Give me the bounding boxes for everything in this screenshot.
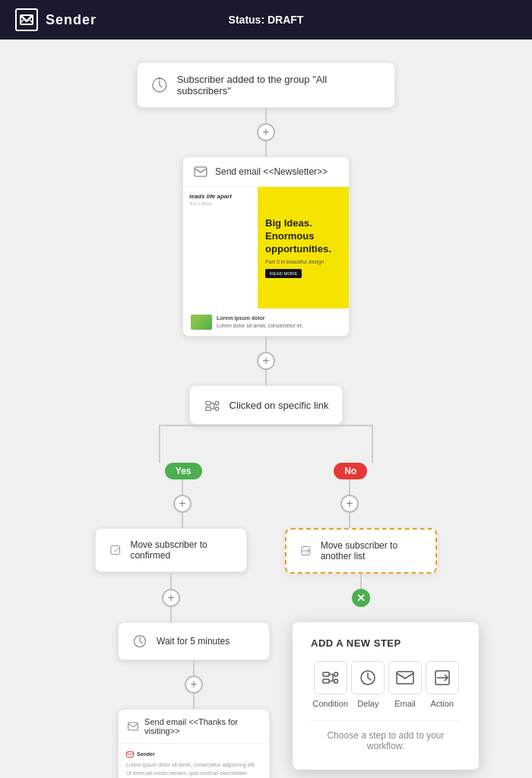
branch-left-connector1 — [182, 479, 183, 495]
condition-label: Clicked on specific link — [230, 400, 329, 411]
email2-line1: Lorem ipsum dolor sit amet, consectetur … — [126, 761, 261, 770]
add-step-hint: Choose a step to add to your workflow. — [311, 720, 461, 751]
branch-right-connector1 — [349, 479, 350, 495]
footer-text: Lorem ipsum dolor — [217, 315, 303, 322]
add-step-action[interactable]: Action — [426, 661, 459, 708]
branch-section: Yes No + + Move subs — [53, 425, 479, 778]
wait-connector2 — [193, 694, 195, 709]
popup-area: Wait for 5 minutes + Send email <<Thanks… — [53, 622, 479, 778]
status-label: Status: — [229, 14, 264, 26]
logo-icon — [15, 8, 38, 31]
workflow-canvas: Subscriber added to the group "All subsc… — [0, 40, 532, 778]
logo: Sender — [15, 8, 97, 31]
condition-node[interactable]: Clicked on specific link — [189, 385, 344, 425]
branch-tags: Yes No — [53, 463, 479, 479]
email-headline3: opportunities. — [265, 243, 341, 256]
branch-action-nodes: Move subscriber to confirmed Move subscr… — [53, 528, 479, 574]
svg-rect-18 — [323, 679, 329, 683]
email-footer: Lorem ipsum dolor Lorem dolor sit amet, … — [183, 308, 349, 336]
send-email2-label: Send email <<Thanks for visiting>> — [144, 717, 260, 735]
status-value: DRAFT — [268, 14, 303, 26]
add-step-email[interactable]: Email — [388, 661, 422, 708]
app-name: Sender — [46, 12, 97, 28]
action-step-label: Action — [430, 699, 454, 708]
email-preview-image: leads life apart JULY 2019 Big Ideas. En… — [183, 187, 349, 308]
add-btn-yes[interactable]: + — [173, 495, 192, 513]
email-headline: Big Ideas. — [265, 217, 341, 230]
svg-rect-11 — [111, 546, 120, 555]
delay-step-label: Delay — [357, 699, 378, 708]
connector-2 — [265, 141, 267, 157]
add-btn-2[interactable]: + — [257, 352, 275, 370]
trigger-node[interactable]: Subscriber added to the group "All subsc… — [137, 62, 395, 108]
branch-right-bottom-connector — [360, 574, 362, 589]
close-branch-btn[interactable]: ✕ — [352, 589, 370, 607]
header: Sender Status: DRAFT — [0, 0, 532, 40]
email2-body: Sender Lorem ipsum dolor sit amet, conse… — [119, 744, 269, 778]
svg-rect-5 — [205, 407, 210, 411]
branch-right-connector2 — [349, 513, 350, 528]
wait-connector — [193, 660, 195, 675]
status-bar: Status: DRAFT — [229, 14, 304, 26]
add-btn-no[interactable]: + — [340, 495, 359, 513]
move-confirmed-node[interactable]: Move subscriber to confirmed — [95, 528, 247, 572]
add-step-delay[interactable]: Delay — [351, 661, 385, 708]
branch-left-bottom-connector2 — [170, 607, 172, 622]
svg-rect-4 — [205, 401, 210, 405]
branch-yes-tag: Yes — [165, 463, 202, 479]
branch-connectors-after-tags: + + — [53, 479, 479, 528]
svg-point-9 — [215, 401, 219, 405]
add-new-step-popup: ADD A NEW STEP — [293, 622, 479, 770]
branch-left-bottom-connector — [170, 574, 172, 589]
wait-node[interactable]: Wait for 5 minutes — [118, 622, 270, 660]
email-yellow-block: Big Ideas. Enormous opportunities. Part … — [258, 187, 349, 308]
branch-no-tag: No — [334, 463, 367, 479]
condition-step-label: Condition — [312, 699, 347, 708]
delay-icon-box — [351, 661, 385, 694]
move-another-list-node[interactable]: Move subscriber to another list — [285, 528, 437, 574]
wait-label: Wait for 5 minutes — [157, 636, 230, 647]
left-branch-continuation: Wait for 5 minutes + Send email <<Thanks… — [118, 622, 270, 778]
connector-3 — [265, 337, 267, 352]
branch-lines — [53, 425, 479, 463]
footer-sub: Lorem dolor sit amet, consectetur et. — [217, 322, 303, 330]
action-icon-box — [426, 661, 459, 694]
email2-header: Send email <<Thanks for visiting>> — [119, 710, 269, 744]
send-email-node[interactable]: Send email <<Newsletter>> leads life apa… — [182, 157, 350, 337]
email-footer-img — [191, 315, 212, 330]
svg-point-23 — [334, 679, 337, 683]
add-btn-1[interactable]: + — [257, 123, 275, 141]
add-step-title: ADD A NEW STEP — [311, 637, 461, 649]
add-btn-wait[interactable]: + — [185, 675, 203, 694]
svg-rect-17 — [323, 672, 329, 676]
condition-icon-box — [314, 661, 347, 694]
add-btn-left-bottom[interactable]: + — [162, 589, 180, 607]
connector-1 — [265, 108, 267, 123]
move-another-list-label: Move subscriber to another list — [321, 540, 422, 561]
add-step-condition[interactable]: Condition — [312, 661, 347, 708]
trigger-label: Subscriber added to the group "All subsc… — [177, 74, 381, 96]
move-confirmed-label: Move subscriber to confirmed — [130, 539, 233, 561]
branch-left-vline — [159, 425, 160, 463]
email-headline2: Enormous — [265, 230, 341, 243]
svg-point-10 — [215, 407, 219, 411]
email-white-block: leads life apart JULY 2019 — [183, 187, 258, 308]
email-preview-body: leads life apart JULY 2019 Big Ideas. En… — [183, 187, 349, 336]
add-step-icons-row: Condition Delay — [311, 661, 461, 708]
svg-rect-15 — [128, 723, 138, 730]
email2-line2: Ut enim ad minim veniam, quis nostrud ex… — [126, 770, 261, 778]
email-cta: READ MORE — [265, 269, 302, 278]
svg-rect-25 — [397, 672, 413, 684]
email-subtext: Part 5 in beautiful design — [265, 259, 341, 264]
email-node-header: Send email <<Newsletter>> — [183, 157, 349, 187]
branch-left-connector2 — [182, 513, 183, 528]
branch-bottom-connectors: + ✕ — [53, 574, 479, 622]
branch-hline — [160, 425, 372, 426]
connector-4 — [265, 370, 267, 385]
send-email-label: Send email <<Newsletter>> — [215, 166, 328, 177]
branch-right-vline — [372, 425, 373, 463]
email-icon-box — [388, 661, 422, 694]
svg-rect-3 — [195, 167, 207, 176]
send-email2-node[interactable]: Send email <<Thanks for visiting>> Sende… — [118, 709, 270, 778]
svg-point-22 — [334, 672, 337, 676]
